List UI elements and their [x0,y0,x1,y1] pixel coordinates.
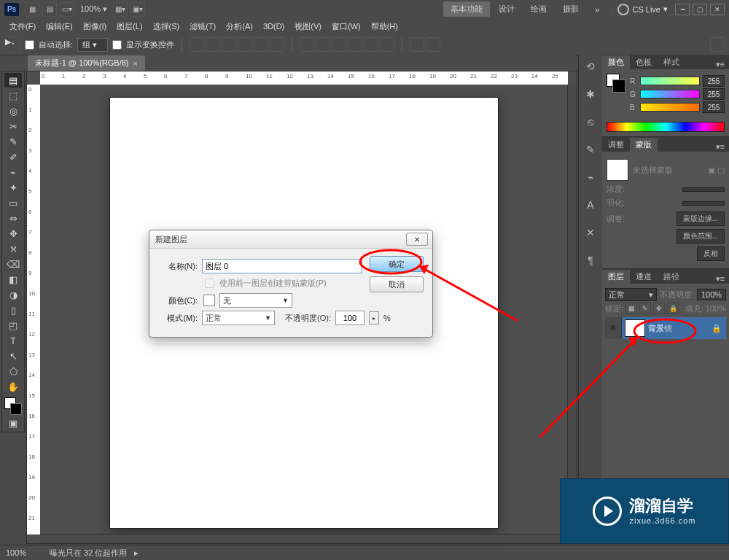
blend-mode-dropdown[interactable]: 正常▼ [202,311,275,325]
titlebar-zoom[interactable]: 100% ▾ [80,4,107,14]
window-minimize[interactable]: ━ [675,4,690,15]
tool-3d[interactable]: ↖ [4,349,22,363]
visibility-icon[interactable]: 👁 [605,317,622,339]
tab-styles[interactable]: 样式 [658,55,685,69]
layer-opacity-value[interactable]: 100% [697,289,726,300]
lock-all-icon[interactable]: 🔒 [667,303,679,314]
tool-healing[interactable]: ⌁ [4,165,22,179]
tab-color[interactable]: 颜色 [602,55,630,69]
layer-name-input[interactable] [202,259,362,273]
tool-gradient[interactable]: ⤧ [4,241,22,256]
arrange-buttons[interactable] [410,37,440,52]
viewmode-icon[interactable]: ▭▾ [60,2,74,17]
scrollbar-vertical[interactable] [567,85,577,534]
close-icon[interactable]: × [133,59,138,68]
panel-toggle[interactable] [710,37,725,52]
tab-paths[interactable]: 路径 [658,270,685,284]
minibridge-icon[interactable]: ▤ [42,2,57,17]
status-zoom[interactable]: 100% [6,548,42,557]
menu-edit[interactable]: 编辑(E) [46,21,73,32]
menu-select[interactable]: 选择(S) [153,21,180,32]
tool-crop[interactable]: ✎ [4,134,22,149]
para-icon[interactable]: ¶ [583,253,598,268]
char-icon[interactable]: A [583,198,598,212]
menu-analysis[interactable]: 分析(A) [226,21,253,32]
workspace-tab-photo[interactable]: 摄影 [555,1,586,17]
r-slider[interactable] [640,77,700,85]
tab-adjust[interactable]: 调整 [602,138,630,152]
tool-move[interactable]: ▤ [4,73,22,88]
b-value[interactable]: 255 [703,101,725,113]
tool-eraser[interactable]: ✥ [4,226,22,241]
cslive-button[interactable]: CS Live▾ [612,4,672,15]
current-tool-icon[interactable]: ▶₊ [4,36,20,52]
panel-menu-icon[interactable]: ▾≡ [712,274,729,284]
workspace-tab-basic[interactable]: 基本功能 [443,1,490,17]
tool-dodge[interactable]: ◧ [4,272,22,287]
tool-type[interactable]: ▯ [4,303,22,317]
align-buttons[interactable] [190,37,284,52]
panel-menu-icon[interactable]: ▾≡ [712,142,729,152]
hue-strip[interactable] [607,122,725,132]
info-icon[interactable]: ⎋ [583,114,598,129]
panel-menu-icon[interactable]: ▾≡ [712,60,729,69]
layer-name[interactable]: 背景 [648,323,664,334]
dialog-titlebar[interactable]: 新建图层 ✕ [149,230,432,249]
mask-edge-button[interactable]: 蒙版边缘... [677,211,725,226]
ok-button[interactable]: 确定 [370,256,424,272]
lock-paint-icon[interactable]: ✎ [639,303,651,314]
opacity-input[interactable] [335,311,364,325]
color-dropdown[interactable]: 无▼ [219,293,292,308]
tool-history[interactable]: ⇔ [4,211,22,225]
document-tab[interactable]: 未标题-1 @ 100%(RGB/8) × [28,55,145,71]
window-restore[interactable]: ▢ [693,4,707,15]
color-swatches[interactable] [4,397,22,415]
tool-marquee[interactable]: ⬚ [4,88,22,103]
distribute-buttons[interactable] [300,37,394,52]
tool-blur[interactable]: ⌫ [4,257,22,271]
tool-magicwand[interactable]: ✂ [4,119,22,133]
blend-mode-select[interactable]: 正常▾ [605,288,657,301]
dialog-close-button[interactable]: ✕ [406,233,428,246]
menu-image[interactable]: 图像(I) [83,21,106,32]
invert-button[interactable]: 反相 [697,246,725,261]
clone-icon[interactable]: ⌁ [583,170,598,184]
g-slider[interactable] [640,90,700,98]
auto-select-checkbox[interactable] [25,40,34,50]
menu-filter[interactable]: 滤镜(T) [190,21,216,32]
auto-select-dropdown[interactable]: 组 ▾ [77,38,108,52]
menu-layer[interactable]: 图层(L) [117,21,142,32]
settings-icon[interactable]: ✕ [583,225,598,240]
g-value[interactable]: 255 [703,88,725,100]
window-close[interactable]: ✕ [710,4,725,15]
r-value[interactable]: 255 [703,75,725,87]
arrange-icon[interactable]: ▦▾ [113,2,128,17]
brush-icon[interactable]: ✎ [583,142,598,157]
tool-eyedropper[interactable]: ✐ [4,149,22,164]
tab-channels[interactable]: 通道 [630,270,658,284]
menu-3d[interactable]: 3D(D) [263,22,284,31]
screenmode-icon[interactable]: ▣▾ [130,2,145,17]
lock-transparent-icon[interactable]: ▦ [625,303,637,314]
tool-path[interactable]: ◰ [4,318,22,332]
status-arrow-icon[interactable]: ▸ [134,548,139,558]
navigator-icon[interactable]: ✱ [583,87,598,101]
history-icon[interactable]: ⟲ [583,59,598,74]
tool-hand[interactable]: ⬠ [4,364,22,378]
tool-stamp[interactable]: ▭ [4,195,22,210]
tool-pen[interactable]: ◑ [4,287,22,302]
show-transform-checkbox[interactable] [112,40,122,50]
tool-lasso[interactable]: ◎ [4,104,22,118]
menu-view[interactable]: 视图(V) [295,21,321,32]
cancel-button[interactable]: 取消 [370,276,424,292]
menu-file[interactable]: 文件(F) [9,21,36,32]
lock-move-icon[interactable]: ✥ [653,303,665,314]
color-range-button[interactable]: 颜色范围... [677,229,725,244]
workspace-tab-paint[interactable]: 绘画 [523,1,554,17]
menu-window[interactable]: 窗口(W) [332,21,361,32]
menu-help[interactable]: 帮助(H) [371,21,398,32]
opacity-stepper[interactable]: ▸ [369,311,379,324]
layer-thumb[interactable] [625,319,645,337]
scrollbar-horizontal[interactable] [40,534,568,543]
tool-brush[interactable]: ✦ [4,180,22,195]
